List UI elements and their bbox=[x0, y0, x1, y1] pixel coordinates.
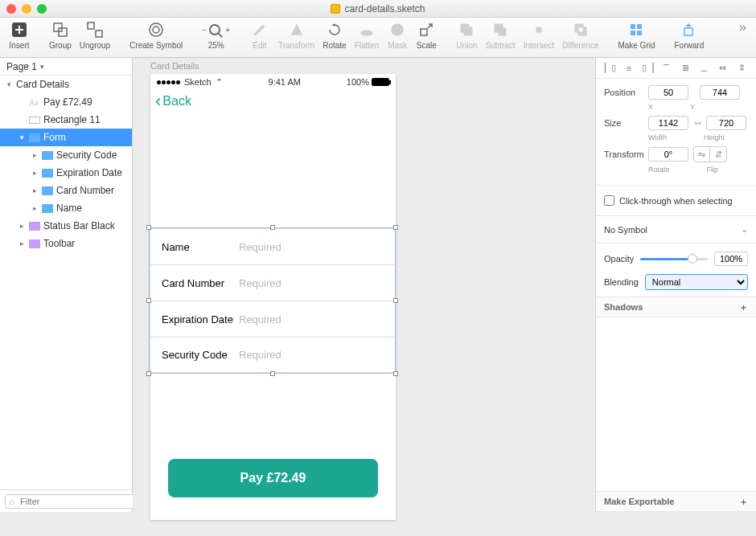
difference-button: Difference bbox=[558, 20, 602, 50]
subtract-button: Subtract bbox=[481, 20, 519, 50]
edit-button: Edit bbox=[245, 20, 274, 50]
ungroup-button[interactable]: Ungroup bbox=[76, 20, 114, 50]
height-input[interactable] bbox=[706, 116, 746, 130]
align-bottom-icon[interactable]: ⎽ bbox=[698, 62, 711, 75]
chevron-left-icon: ‹ bbox=[155, 91, 161, 112]
opacity-label: Opacity bbox=[604, 254, 634, 264]
svg-rect-12 bbox=[637, 24, 642, 29]
svg-rect-11 bbox=[631, 24, 635, 29]
folder-icon bbox=[42, 169, 53, 178]
layer-expiration-date[interactable]: ▸Expiration Date bbox=[0, 164, 132, 182]
page-selector[interactable]: Page 1 bbox=[0, 58, 132, 76]
layer-security-code[interactable]: ▸Security Code bbox=[0, 146, 132, 164]
form-row-expiration: Expiration DateRequired bbox=[150, 301, 396, 337]
position-x-input[interactable] bbox=[648, 85, 688, 100]
svg-point-5 bbox=[361, 31, 372, 35]
pay-button: Pay £72.49 bbox=[168, 459, 378, 497]
intersect-button: Intersect bbox=[520, 20, 558, 50]
add-shadow-icon[interactable]: ＋ bbox=[739, 301, 748, 313]
distribute-v-icon[interactable]: ⇕ bbox=[735, 62, 748, 75]
align-left-icon[interactable]: ▏▯ bbox=[604, 62, 617, 75]
svg-rect-4 bbox=[96, 31, 102, 37]
transform-button: Transform bbox=[274, 20, 318, 50]
layer-form-group[interactable]: ▾Form bbox=[0, 129, 132, 146]
folder-icon bbox=[29, 222, 40, 231]
add-export-icon[interactable]: ＋ bbox=[739, 496, 748, 508]
folder-icon bbox=[42, 204, 53, 213]
mask-button: Mask bbox=[383, 20, 412, 50]
svg-rect-14 bbox=[637, 31, 642, 35]
layer-name[interactable]: ▸Name bbox=[0, 199, 132, 217]
svg-rect-1 bbox=[54, 23, 62, 31]
svg-rect-2 bbox=[59, 28, 67, 36]
svg-rect-10 bbox=[536, 27, 541, 32]
artboard-label[interactable]: Card Details bbox=[150, 61, 199, 71]
make-exportable-section[interactable]: Make Exportable＋ bbox=[596, 491, 756, 512]
layer-text-pay[interactable]: AaPay £72.49 bbox=[0, 93, 132, 111]
create-symbol-button[interactable]: Create Symbol bbox=[125, 20, 187, 50]
flip-vertical-icon[interactable]: ⇵ bbox=[710, 147, 726, 162]
zoom-control[interactable]: −+ 25% bbox=[198, 20, 234, 50]
svg-rect-9 bbox=[499, 28, 506, 35]
artboard[interactable]: Sketch⌃ 9:41 AM 100% ‹Back NameRequired … bbox=[150, 74, 396, 520]
scale-button[interactable]: Scale bbox=[412, 20, 441, 50]
ios-status-bar: Sketch⌃ 9:41 AM 100% bbox=[150, 74, 396, 90]
svg-point-6 bbox=[392, 24, 403, 35]
opacity-slider[interactable] bbox=[640, 258, 708, 260]
layer-status-bar[interactable]: ▸Status Bar Black bbox=[0, 217, 132, 235]
position-y-input[interactable] bbox=[700, 85, 740, 100]
svg-rect-15 bbox=[684, 28, 692, 35]
document-title: card-details.sketch bbox=[0, 3, 756, 14]
flatten-button: Flatten bbox=[351, 20, 384, 50]
forward-button[interactable]: Forward bbox=[671, 20, 709, 50]
svg-rect-13 bbox=[631, 31, 635, 35]
clickthrough-label: Click-through when selecting bbox=[619, 196, 733, 206]
union-button: Union bbox=[452, 20, 481, 50]
inspector-panel: ▏▯ ≡ ▯▕ ⎺ ≣ ⎽ ⇔ ⇕ Position XY Size ⇿ Wid… bbox=[595, 58, 756, 512]
align-center-h-icon[interactable]: ≡ bbox=[622, 62, 635, 75]
form-row-name: NameRequired bbox=[150, 228, 396, 264]
layer-toolbar[interactable]: ▸Toolbar bbox=[0, 235, 132, 252]
toolbar-overflow-icon[interactable]: » bbox=[734, 20, 751, 35]
width-input[interactable] bbox=[648, 116, 688, 130]
battery-icon bbox=[372, 78, 389, 86]
folder-icon bbox=[29, 239, 40, 248]
filter-input[interactable] bbox=[5, 494, 137, 509]
folder-icon bbox=[42, 151, 53, 160]
align-center-v-icon[interactable]: ≣ bbox=[679, 62, 692, 75]
blending-label: Blending bbox=[604, 277, 639, 287]
svg-rect-3 bbox=[88, 23, 94, 29]
main-toolbar: Insert Group Ungroup Create Symbol −+ 25… bbox=[0, 18, 756, 58]
nav-back-button: ‹Back bbox=[150, 90, 396, 113]
align-right-icon[interactable]: ▯▕ bbox=[641, 62, 654, 75]
group-button[interactable]: Group bbox=[45, 20, 76, 50]
folder-icon bbox=[29, 133, 40, 142]
window-titlebar: card-details.sketch bbox=[0, 0, 756, 18]
form-row-security: Security CodeRequired bbox=[150, 337, 396, 373]
shadows-section[interactable]: Shadows＋ bbox=[596, 297, 756, 317]
opacity-input[interactable] bbox=[714, 252, 748, 266]
svg-rect-7 bbox=[421, 29, 427, 35]
blending-select[interactable]: Normal bbox=[645, 274, 748, 290]
distribute-h-icon[interactable]: ⇔ bbox=[717, 62, 729, 75]
layer-card-number[interactable]: ▸Card Number bbox=[0, 182, 132, 199]
form-row-card-number: Card NumberRequired bbox=[150, 264, 396, 301]
layer-rectangle[interactable]: Rectangle 11 bbox=[0, 111, 132, 129]
lock-ratio-icon[interactable]: ⇿ bbox=[692, 118, 703, 129]
layer-artboard[interactable]: ▾Card Details bbox=[0, 76, 132, 93]
sketch-file-icon bbox=[331, 4, 340, 14]
insert-button[interactable]: Insert bbox=[5, 20, 34, 50]
clickthrough-checkbox[interactable] bbox=[604, 195, 614, 206]
symbol-dropdown[interactable]: No Symbol bbox=[596, 219, 756, 239]
flip-horizontal-icon[interactable]: ⇋ bbox=[694, 147, 710, 162]
folder-icon bbox=[42, 186, 53, 195]
status-time: 9:41 AM bbox=[269, 77, 301, 87]
rotate-button[interactable]: Rotate bbox=[318, 20, 350, 50]
make-grid-button[interactable]: Make Grid bbox=[614, 20, 659, 50]
form-group-selected[interactable]: NameRequired Card NumberRequired Expirat… bbox=[150, 228, 396, 373]
rotate-input[interactable] bbox=[648, 147, 688, 162]
canvas[interactable]: Card Details Sketch⌃ 9:41 AM 100% ‹Back … bbox=[133, 58, 595, 512]
layers-panel: Page 1 ▾Card Details AaPay £72.49 Rectan… bbox=[0, 58, 133, 512]
align-top-icon[interactable]: ⎺ bbox=[660, 62, 673, 75]
